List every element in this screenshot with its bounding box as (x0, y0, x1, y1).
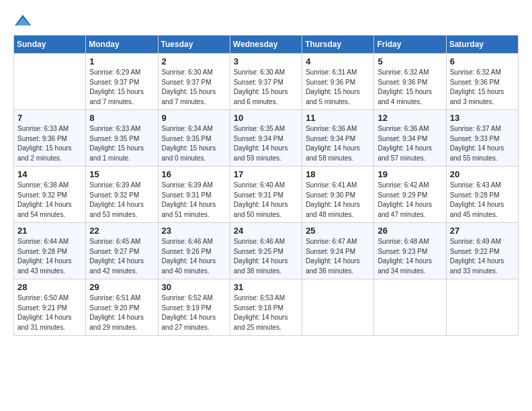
day-number: 2 (162, 56, 226, 66)
weekday-header-sunday: Sunday (14, 36, 86, 54)
calendar-cell: 3Sunrise: 6:30 AM Sunset: 9:37 PM Daylig… (230, 54, 302, 110)
calendar-cell: 16Sunrise: 6:39 AM Sunset: 9:31 PM Dayli… (158, 167, 230, 223)
day-info: Sunrise: 6:40 AM Sunset: 9:31 PM Dayligh… (234, 181, 298, 220)
day-info: Sunrise: 6:29 AM Sunset: 9:37 PM Dayligh… (89, 68, 154, 107)
calendar-week-3: 14Sunrise: 6:38 AM Sunset: 9:32 PM Dayli… (14, 167, 519, 223)
calendar-cell: 25Sunrise: 6:47 AM Sunset: 9:24 PM Dayli… (302, 223, 374, 279)
day-info: Sunrise: 6:35 AM Sunset: 9:34 PM Dayligh… (234, 124, 298, 163)
calendar-cell: 11Sunrise: 6:36 AM Sunset: 9:34 PM Dayli… (302, 110, 374, 167)
day-number: 31 (234, 282, 298, 292)
calendar-cell: 31Sunrise: 6:53 AM Sunset: 9:18 PM Dayli… (230, 279, 302, 336)
day-info: Sunrise: 6:46 AM Sunset: 9:26 PM Dayligh… (162, 237, 226, 276)
calendar-header: SundayMondayTuesdayWednesdayThursdayFrid… (14, 36, 519, 54)
calendar-cell: 8Sunrise: 6:33 AM Sunset: 9:35 PM Daylig… (86, 110, 158, 167)
calendar-week-1: 1Sunrise: 6:29 AM Sunset: 9:37 PM Daylig… (14, 54, 519, 110)
calendar-cell: 22Sunrise: 6:45 AM Sunset: 9:27 PM Dayli… (86, 223, 158, 279)
calendar-cell: 28Sunrise: 6:50 AM Sunset: 9:21 PM Dayli… (14, 279, 86, 336)
calendar-cell: 12Sunrise: 6:36 AM Sunset: 9:34 PM Dayli… (374, 110, 446, 167)
weekday-header-tuesday: Tuesday (158, 36, 230, 54)
calendar-cell: 6Sunrise: 6:32 AM Sunset: 9:36 PM Daylig… (446, 54, 518, 110)
calendar-cell: 15Sunrise: 6:39 AM Sunset: 9:32 PM Dayli… (86, 167, 158, 223)
day-info: Sunrise: 6:32 AM Sunset: 9:36 PM Dayligh… (378, 68, 442, 107)
calendar-cell: 19Sunrise: 6:42 AM Sunset: 9:29 PM Dayli… (374, 167, 446, 223)
day-number: 30 (162, 282, 226, 292)
calendar-week-4: 21Sunrise: 6:44 AM Sunset: 9:28 PM Dayli… (14, 223, 519, 279)
day-info: Sunrise: 6:34 AM Sunset: 9:35 PM Dayligh… (162, 124, 226, 163)
day-info: Sunrise: 6:36 AM Sunset: 9:34 PM Dayligh… (306, 124, 370, 163)
day-info: Sunrise: 6:46 AM Sunset: 9:25 PM Dayligh… (234, 237, 298, 276)
calendar-cell: 20Sunrise: 6:43 AM Sunset: 9:28 PM Dayli… (446, 167, 518, 223)
day-number: 13 (450, 113, 515, 123)
day-info: Sunrise: 6:47 AM Sunset: 9:24 PM Dayligh… (306, 237, 370, 276)
day-number: 9 (162, 113, 226, 123)
day-info: Sunrise: 6:38 AM Sunset: 9:32 PM Dayligh… (17, 181, 82, 220)
day-info: Sunrise: 6:50 AM Sunset: 9:21 PM Dayligh… (17, 293, 82, 332)
day-info: Sunrise: 6:41 AM Sunset: 9:30 PM Dayligh… (306, 181, 370, 220)
day-info: Sunrise: 6:51 AM Sunset: 9:20 PM Dayligh… (89, 293, 154, 332)
day-number: 22 (89, 226, 154, 236)
day-number: 6 (450, 56, 515, 66)
calendar-cell: 29Sunrise: 6:51 AM Sunset: 9:20 PM Dayli… (86, 279, 158, 336)
day-info: Sunrise: 6:31 AM Sunset: 9:36 PM Dayligh… (306, 68, 370, 107)
day-info: Sunrise: 6:43 AM Sunset: 9:28 PM Dayligh… (450, 181, 515, 220)
day-number: 17 (234, 169, 298, 179)
logo (13, 13, 35, 28)
calendar-cell: 23Sunrise: 6:46 AM Sunset: 9:26 PM Dayli… (158, 223, 230, 279)
day-number: 18 (306, 169, 370, 179)
day-number: 3 (234, 56, 298, 66)
day-number: 19 (378, 169, 442, 179)
calendar-cell (302, 279, 374, 336)
day-info: Sunrise: 6:39 AM Sunset: 9:31 PM Dayligh… (162, 181, 226, 220)
day-number: 21 (17, 226, 82, 236)
calendar-cell: 2Sunrise: 6:30 AM Sunset: 9:37 PM Daylig… (158, 54, 230, 110)
day-info: Sunrise: 6:52 AM Sunset: 9:19 PM Dayligh… (162, 293, 226, 332)
day-number: 15 (89, 169, 154, 179)
calendar-week-2: 7Sunrise: 6:33 AM Sunset: 9:36 PM Daylig… (14, 110, 519, 167)
day-number: 12 (378, 113, 442, 123)
day-number: 7 (17, 113, 82, 123)
day-number: 14 (17, 169, 82, 179)
calendar-cell: 17Sunrise: 6:40 AM Sunset: 9:31 PM Dayli… (230, 167, 302, 223)
day-info: Sunrise: 6:36 AM Sunset: 9:34 PM Dayligh… (378, 124, 442, 163)
day-number: 5 (378, 56, 442, 66)
weekday-header-saturday: Saturday (446, 36, 518, 54)
calendar-cell: 7Sunrise: 6:33 AM Sunset: 9:36 PM Daylig… (14, 110, 86, 167)
day-info: Sunrise: 6:37 AM Sunset: 9:33 PM Dayligh… (450, 124, 515, 163)
day-info: Sunrise: 6:48 AM Sunset: 9:23 PM Dayligh… (378, 237, 442, 276)
day-number: 26 (378, 226, 442, 236)
calendar-cell: 4Sunrise: 6:31 AM Sunset: 9:36 PM Daylig… (302, 54, 374, 110)
calendar-cell: 27Sunrise: 6:49 AM Sunset: 9:22 PM Dayli… (446, 223, 518, 279)
day-info: Sunrise: 6:30 AM Sunset: 9:37 PM Dayligh… (162, 68, 226, 107)
calendar-cell (374, 279, 446, 336)
calendar-cell: 10Sunrise: 6:35 AM Sunset: 9:34 PM Dayli… (230, 110, 302, 167)
day-info: Sunrise: 6:39 AM Sunset: 9:32 PM Dayligh… (89, 181, 154, 220)
calendar-cell: 18Sunrise: 6:41 AM Sunset: 9:30 PM Dayli… (302, 167, 374, 223)
day-info: Sunrise: 6:45 AM Sunset: 9:27 PM Dayligh… (89, 237, 154, 276)
day-info: Sunrise: 6:30 AM Sunset: 9:37 PM Dayligh… (234, 68, 298, 107)
calendar-cell: 21Sunrise: 6:44 AM Sunset: 9:28 PM Dayli… (14, 223, 86, 279)
day-info: Sunrise: 6:32 AM Sunset: 9:36 PM Dayligh… (450, 68, 515, 107)
calendar-cell: 13Sunrise: 6:37 AM Sunset: 9:33 PM Dayli… (446, 110, 518, 167)
day-number: 16 (162, 169, 226, 179)
calendar-cell: 1Sunrise: 6:29 AM Sunset: 9:37 PM Daylig… (86, 54, 158, 110)
calendar-cell: 9Sunrise: 6:34 AM Sunset: 9:35 PM Daylig… (158, 110, 230, 167)
weekday-header-monday: Monday (86, 36, 158, 54)
day-number: 24 (234, 226, 298, 236)
calendar-cell (14, 54, 86, 110)
day-info: Sunrise: 6:42 AM Sunset: 9:29 PM Dayligh… (378, 181, 442, 220)
day-number: 28 (17, 282, 82, 292)
day-number: 4 (306, 56, 370, 66)
calendar-cell: 14Sunrise: 6:38 AM Sunset: 9:32 PM Dayli… (14, 167, 86, 223)
weekday-header-thursday: Thursday (302, 36, 374, 54)
day-number: 20 (450, 169, 515, 179)
calendar-cell: 30Sunrise: 6:52 AM Sunset: 9:19 PM Dayli… (158, 279, 230, 336)
day-number: 29 (89, 282, 154, 292)
logo-icon (13, 13, 32, 28)
day-number: 1 (89, 56, 154, 66)
day-number: 27 (450, 226, 515, 236)
day-info: Sunrise: 6:33 AM Sunset: 9:36 PM Dayligh… (17, 124, 82, 163)
day-info: Sunrise: 6:49 AM Sunset: 9:22 PM Dayligh… (450, 237, 515, 276)
calendar-cell (446, 279, 518, 336)
day-info: Sunrise: 6:44 AM Sunset: 9:28 PM Dayligh… (17, 237, 82, 276)
day-info: Sunrise: 6:53 AM Sunset: 9:18 PM Dayligh… (234, 293, 298, 332)
